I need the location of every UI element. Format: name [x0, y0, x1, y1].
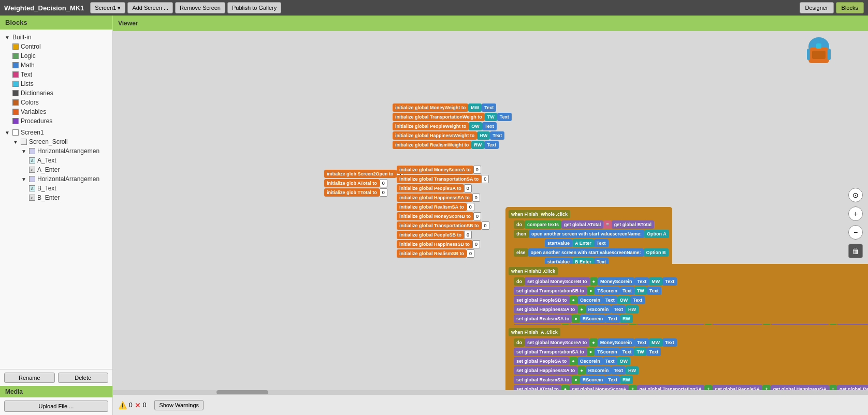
init-moneyscorea[interactable]: initialize global MoneyScoreA to [397, 166, 473, 174]
rw-block[interactable]: RW [471, 141, 484, 149]
when-finisha[interactable]: when Finish_A .Click [509, 328, 560, 336]
set-realism-block[interactable]: set global RealismSA to [514, 315, 572, 323]
init-transportsb[interactable]: initialize global TransportationSB to [397, 221, 482, 230]
text-ref[interactable]: Text [662, 277, 677, 286]
tw-block[interactable]: TW [485, 113, 497, 121]
init-peoplesa[interactable]: initialize global PeopleSA to [397, 184, 464, 192]
crosshair-button[interactable]: ⊙ [848, 188, 863, 202]
init-peoplesb[interactable]: initialize global PeopleSB to [397, 231, 464, 239]
when-finishb[interactable]: when FinishB .Click [509, 267, 558, 275]
init-realismsa[interactable]: initialize global RealismSA to [397, 203, 467, 211]
upload-file-button[interactable]: Upload File ... [4, 401, 108, 412]
set-realisms-block[interactable]: set global RealismSA to [514, 376, 572, 384]
oscorein-a[interactable]: Oscorein [577, 357, 603, 365]
val-a4[interactable]: ● [577, 366, 585, 375]
rw-ref[interactable]: RW [620, 315, 633, 323]
tw-ref[interactable]: TW [634, 287, 647, 295]
init-happiness-weight-block[interactable]: initialize global HappinessWeight to [393, 131, 477, 140]
val-a2[interactable]: ● [587, 348, 595, 356]
hw-ref[interactable]: HW [626, 305, 639, 314]
text-ha[interactable]: Text [611, 366, 626, 375]
when-finish-whole[interactable]: when Finish_Whole .click [509, 210, 570, 218]
text-ov[interactable]: Text [603, 296, 617, 304]
tscorein-block[interactable]: TScorein [595, 287, 620, 295]
hw-a-ref[interactable]: HW [626, 366, 639, 375]
set-moneyscorebd[interactable]: set global MoneyScoreB to [525, 277, 590, 286]
open-screen-b[interactable]: open another screen with start valuescre… [528, 248, 644, 257]
init-people-weight-block[interactable]: initialize global PeopleWeight to [393, 122, 469, 130]
compare-block[interactable]: compare texts [525, 220, 561, 229]
a-text-item[interactable]: A A_Text [25, 156, 112, 165]
init-transport-weight-block[interactable]: initialize global TransportationWeigh to [393, 113, 485, 121]
remove-screen-button[interactable]: Remove Screen [175, 2, 225, 13]
zoom-out-button[interactable]: − [848, 225, 863, 240]
text-a-ref[interactable]: Text [662, 338, 677, 347]
mw-block[interactable]: MW [468, 103, 482, 112]
equals-block[interactable]: = [603, 220, 611, 229]
trash-button[interactable]: 🗑 [848, 244, 863, 258]
text-rv[interactable]: Text [605, 315, 620, 323]
option-b[interactable]: Option B [644, 248, 669, 257]
b-text-item[interactable]: A B_Text [25, 184, 112, 193]
init-ttotal-block[interactable]: initialize glob TTotal to [324, 188, 380, 197]
set-happiness-block[interactable]: set global HappinessSA to [514, 305, 577, 314]
init-realism-weight-block[interactable]: initialize global RealismWeight to [393, 141, 471, 149]
horizontal2-toggle[interactable]: ▼ HorizontalArrangemen [17, 174, 112, 184]
blocks-button[interactable]: Blocks [836, 2, 864, 13]
hscorein-a[interactable]: HScorein [586, 366, 612, 375]
publish-button[interactable]: Publish to Gallery [227, 2, 281, 13]
text-mv[interactable]: Text [634, 277, 649, 286]
val-block4[interactable]: ● [577, 305, 585, 314]
hscorein-block[interactable]: HScorein [586, 305, 612, 314]
text-a-ref2[interactable]: Text [646, 348, 661, 356]
val-a3[interactable]: ● [569, 357, 577, 365]
rscorein-a[interactable]: RScorein [580, 376, 606, 384]
ow-a-ref[interactable]: OW [617, 357, 630, 365]
dictionaries-item[interactable]: Dictionaries [8, 88, 112, 98]
mw-ref[interactable]: MW [649, 277, 662, 286]
control-item[interactable]: Control [8, 42, 112, 51]
a-enter-block[interactable]: A Enter [572, 239, 594, 247]
open-screen-a[interactable]: open another screen with start valuescre… [529, 230, 644, 238]
viewer-canvas[interactable]: initialize global MoneyWeight to MW Text… [113, 31, 868, 415]
horizontal1-toggle[interactable]: ▼ HorizontalArrangemen [17, 146, 112, 156]
show-warnings-button[interactable]: Show Warnings [154, 400, 204, 410]
rscorein-block[interactable]: RScorein [580, 315, 606, 323]
hw-block[interactable]: HW [477, 131, 490, 140]
text-hv[interactable]: Text [611, 305, 626, 314]
lists-item[interactable]: Lists [8, 79, 112, 88]
get-btotal[interactable]: get global BTotal [612, 220, 654, 229]
text-block2[interactable]: Text [497, 113, 512, 121]
val-block[interactable]: ● [590, 277, 598, 286]
moneyscorein-block[interactable]: MoneyScorein [598, 277, 635, 286]
text-block[interactable]: Text [482, 103, 496, 112]
set-peoplea-block[interactable]: set global PeopleSA to [514, 357, 569, 365]
init-transportsa[interactable]: initialize global TransportationSA to [397, 175, 481, 183]
text-block3[interactable]: Text [482, 122, 497, 130]
text-block[interactable]: Text [594, 239, 609, 247]
designer-button[interactable]: Designer [800, 2, 834, 13]
init-happinessa[interactable]: initialize global HappinessSA to [397, 194, 472, 202]
val-a1[interactable]: ● [589, 338, 597, 347]
init-atotal-block[interactable]: initialize glob ATotal to [324, 179, 380, 187]
text-block5[interactable]: Text [484, 141, 499, 149]
val-block5[interactable]: ● [572, 315, 580, 323]
text-block4[interactable]: Text [490, 131, 504, 140]
text-ma[interactable]: Text [634, 338, 649, 347]
get-atotal[interactable]: get global ATotal [561, 220, 603, 229]
set-transportsb-block[interactable]: set global TransportationSB to [514, 287, 587, 295]
tw-a-ref[interactable]: TW [634, 348, 646, 356]
init-money-weight-block[interactable]: initialize global MoneyWeight to [393, 103, 468, 112]
ow-ref[interactable]: OW [617, 296, 631, 304]
ow-block[interactable]: OW [469, 122, 482, 130]
text-ref3[interactable]: Text [630, 296, 645, 304]
screen-scroll-toggle[interactable]: ▼ Screen_Scroll [8, 137, 112, 146]
logic-item[interactable]: Logic [8, 51, 112, 61]
zoom-in-button[interactable]: + [848, 206, 863, 221]
val-a5[interactable]: ● [572, 376, 580, 384]
option-a[interactable]: Option A [644, 230, 669, 238]
text-ra[interactable]: Text [605, 376, 620, 384]
init-screen2open-block[interactable]: initialize glob Screen2Open to [324, 170, 396, 178]
b-enter-item[interactable]: ↵ B_Enter [25, 193, 112, 202]
text-ref2[interactable]: Text [647, 287, 661, 295]
